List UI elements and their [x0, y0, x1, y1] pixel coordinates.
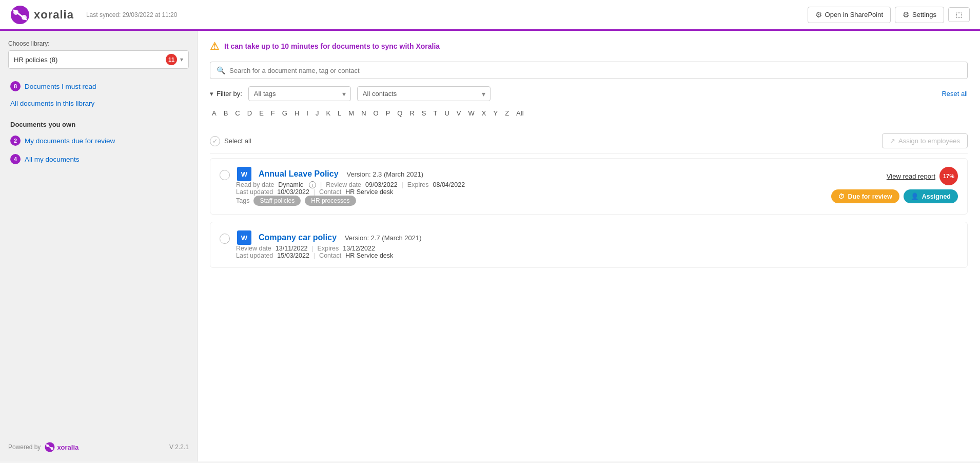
open-sharepoint-button[interactable]: ⚙ Open in SharePoint — [808, 7, 891, 23]
alpha-letter-d[interactable]: D — [245, 108, 254, 118]
doc-card-row: W Annual Leave Policy Version: 2.3 (Marc… — [220, 167, 958, 206]
tags-filter[interactable]: All tags — [248, 86, 351, 101]
version-label: V 2.2.1 — [169, 443, 189, 451]
doc-checkbox-annual-leave[interactable] — [220, 170, 230, 180]
alpha-letter-t[interactable]: T — [432, 108, 440, 118]
alpha-letter-s[interactable]: S — [420, 108, 428, 118]
alpha-letter-p[interactable]: P — [384, 108, 393, 118]
alpha-letter-g[interactable]: G — [280, 108, 289, 118]
clock-icon: ⏱ — [838, 193, 845, 200]
doc-card-annual-leave: W Annual Leave Policy Version: 2.3 (Marc… — [210, 158, 968, 215]
alpha-letter-a[interactable]: A — [210, 108, 219, 118]
all-my-docs-badge: 4 — [10, 154, 21, 164]
search-icon: 🔍 — [217, 66, 225, 74]
header: xoralia Last synced: 29/03/2022 at 11:20… — [0, 0, 980, 31]
assign-label: Assign to employees — [898, 137, 960, 145]
assigned-badge[interactable]: 👤 Assigned — [904, 189, 958, 203]
sidebar-footer: Powered by xoralia V 2.2.1 — [8, 434, 189, 452]
alpha-letter-k[interactable]: K — [324, 108, 332, 118]
alpha-letter-all[interactable]: All — [514, 108, 525, 118]
alpha-letter-b[interactable]: B — [222, 108, 230, 118]
doc-meta-row-1: Read by date Dynamic i | Review date 09/… — [236, 181, 823, 188]
alpha-letter-f[interactable]: F — [269, 108, 277, 118]
footer-logo-text: xoralia — [57, 443, 79, 451]
sidebar-section-title: Documents you own — [10, 121, 189, 128]
view-read-report-link[interactable]: View read report — [887, 172, 935, 180]
alpha-letter-y[interactable]: Y — [491, 108, 500, 118]
library-selector[interactable]: HR policies (8) 11 ▾ — [8, 50, 189, 69]
alpha-letter-n[interactable]: N — [359, 108, 368, 118]
doc-tag: Staff policies — [253, 196, 301, 206]
alpha-letter-r[interactable]: R — [407, 108, 416, 118]
percent-badge: 17% — [939, 167, 958, 185]
doc-meta-row-2: Last updated 15/03/2022 | Contact HR Ser… — [236, 252, 958, 259]
must-read-badge: 8 — [10, 81, 21, 91]
all-my-docs-link[interactable]: All my documents — [25, 156, 80, 163]
assign-to-employees-button[interactable]: ↗ Assign to employees — [882, 133, 968, 148]
all-docs-link[interactable]: All documents in this library — [10, 100, 94, 107]
alpha-letter-v[interactable]: V — [455, 108, 463, 118]
header-actions: ⚙ Open in SharePoint ⚙ Settings ⬚ — [808, 7, 970, 23]
settings-button[interactable]: ⚙ Settings — [895, 7, 944, 23]
sync-status: Last synced: 29/03/2022 at 11:20 — [86, 11, 177, 18]
reset-all-link[interactable]: Reset all — [942, 90, 968, 98]
doc-version-company-car: Version: 2.7 (March 2021) — [345, 234, 422, 242]
assigned-icon: 👤 — [911, 192, 919, 200]
sidebar-item-all-docs[interactable]: All documents in this library — [8, 97, 189, 110]
sharepoint-icon: ⚙ — [815, 10, 822, 20]
doc-title-annual-leave[interactable]: Annual Leave Policy — [259, 169, 339, 179]
review-status-label: Due for review — [848, 193, 892, 200]
doc-meta-row-2: Last updated 10/03/2022 | Contact HR Ser… — [236, 188, 823, 196]
must-read-link[interactable]: Documents I must read — [25, 83, 96, 90]
alpha-letter-h[interactable]: H — [292, 108, 301, 118]
main-content: ⚠ It can take up to 10 minutes for docum… — [198, 31, 980, 461]
chevron-down-icon: ▾ — [180, 56, 183, 63]
sidebar-item-must-read[interactable]: 8 Documents I must read — [8, 78, 189, 94]
doc-title-row: W Company car policy Version: 2.7 (March… — [220, 230, 958, 245]
filter-row: ▾ Filter by: All tags All contacts Reset… — [210, 86, 968, 101]
alpha-letter-x[interactable]: X — [480, 108, 488, 118]
due-for-review-badge[interactable]: ⏱ Due for review — [831, 189, 899, 203]
tags-filter-wrap: All tags — [248, 86, 351, 101]
alpha-letter-q[interactable]: Q — [395, 108, 404, 118]
sync-warning: ⚠ It can take up to 10 minutes for docum… — [210, 40, 968, 52]
alpha-letter-o[interactable]: O — [371, 108, 381, 118]
library-name: HR policies (8) — [14, 56, 163, 64]
doc-version-annual-leave: Version: 2.3 (March 2021) — [347, 170, 424, 178]
alpha-letter-m[interactable]: M — [346, 108, 356, 118]
warning-icon: ⚠ — [210, 40, 219, 52]
gear-icon: ⚙ — [903, 10, 909, 20]
word-icon: W — [237, 230, 251, 245]
select-all-checkbox[interactable]: ✓ — [210, 136, 220, 146]
filter-text: Filter by: — [217, 90, 242, 98]
filter-label: ▾ Filter by: — [210, 90, 242, 98]
alpha-letter-l[interactable]: L — [336, 108, 343, 118]
contacts-filter[interactable]: All contacts — [357, 86, 491, 101]
search-input[interactable] — [229, 67, 961, 74]
layout: Choose library: HR policies (8) 11 ▾ 8 D… — [0, 31, 980, 461]
doc-title-company-car[interactable]: Company car policy — [259, 233, 337, 242]
library-label: Choose library: — [8, 40, 189, 47]
alpha-letter-w[interactable]: W — [466, 108, 477, 118]
document-list: W Annual Leave Policy Version: 2.3 (Marc… — [210, 158, 968, 268]
alpha-letter-z[interactable]: Z — [503, 108, 511, 118]
alpha-letter-c[interactable]: C — [233, 108, 242, 118]
due-review-link[interactable]: My documents due for review — [25, 137, 115, 145]
assign-icon: ↗ — [890, 137, 895, 145]
doc-left: W Company car policy Version: 2.7 (March… — [220, 230, 958, 259]
doc-left: W Annual Leave Policy Version: 2.3 (Marc… — [220, 167, 823, 206]
sidebar-item-due-review[interactable]: 2 My documents due for review — [8, 132, 189, 149]
logo: xoralia — [10, 5, 74, 25]
alpha-letter-e[interactable]: E — [257, 108, 266, 118]
powered-by-label: Powered by — [8, 443, 41, 451]
sidebar-item-all-my-docs[interactable]: 4 All my documents — [8, 151, 189, 167]
alphabet-nav: ABCDEFGHIJKLMNOPQRSTUVWXYZAll — [210, 108, 968, 118]
doc-checkbox-company-car[interactable] — [220, 234, 230, 244]
select-all[interactable]: ✓ Select all — [210, 136, 251, 146]
alpha-letter-j[interactable]: J — [313, 108, 321, 118]
extra-button[interactable]: ⬚ — [948, 7, 970, 22]
alpha-letter-u[interactable]: U — [442, 108, 451, 118]
xoralia-logo-icon — [10, 5, 30, 25]
word-icon: W — [237, 167, 251, 181]
alpha-letter-i[interactable]: I — [304, 108, 310, 118]
